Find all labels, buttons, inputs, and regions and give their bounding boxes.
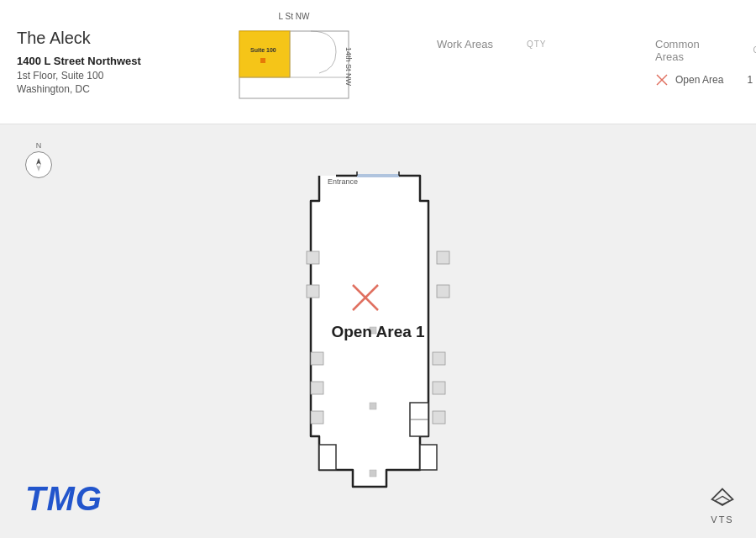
main-floor-area: N xyxy=(0,124,756,538)
building-city: Washington, DC xyxy=(17,83,185,95)
thumb-street-top-label: L St NW xyxy=(235,12,353,21)
svg-rect-23 xyxy=(370,327,376,334)
svg-rect-28 xyxy=(319,445,336,470)
svg-marker-9 xyxy=(36,165,41,171)
floor-plan-thumbnail: L St NW Suite 100 14th St NW xyxy=(235,12,353,113)
floorplan-svg xyxy=(286,167,470,495)
thumbnail-svg: Suite 100 xyxy=(235,23,353,107)
svg-rect-29 xyxy=(420,445,437,470)
compass-arrow-icon xyxy=(30,156,47,173)
common-areas-qty-label: QTY xyxy=(753,45,756,55)
svg-rect-14 xyxy=(311,382,323,394)
building-name: The Aleck xyxy=(17,29,185,48)
svg-rect-22 xyxy=(437,251,449,264)
svg-rect-16 xyxy=(433,411,445,424)
work-areas-section: Work Areas QTY xyxy=(437,38,554,87)
open-area-label: Open Area xyxy=(675,74,723,86)
compass-north-label: N xyxy=(36,141,42,150)
svg-rect-19 xyxy=(307,285,319,298)
common-areas-open-area-item: Open Area 1 xyxy=(655,73,756,87)
compass-circle xyxy=(25,151,52,178)
tmg-logo: TMG xyxy=(25,480,102,518)
building-info: The Aleck 1400 L Street Northwest 1st Fl… xyxy=(17,29,185,95)
building-address: 1400 L Street Northwest xyxy=(17,55,185,67)
svg-rect-1 xyxy=(239,31,290,77)
svg-rect-20 xyxy=(307,251,319,264)
compass: N xyxy=(25,141,52,178)
entrance-label: Entrance xyxy=(328,177,428,186)
top-panel: The Aleck 1400 L Street Northwest 1st Fl… xyxy=(0,0,756,124)
svg-rect-15 xyxy=(311,352,323,365)
svg-rect-5 xyxy=(260,58,265,63)
vts-diamond-icon xyxy=(709,486,736,513)
areas-legend: Work Areas QTY Common Areas QTY Open Are… xyxy=(437,38,756,87)
svg-rect-17 xyxy=(433,382,445,394)
building-floor: 1st Floor, Suite 100 xyxy=(17,70,185,82)
svg-text:Suite 100: Suite 100 xyxy=(250,47,276,53)
thumb-street-right-label: 14th St NW xyxy=(344,46,353,85)
vts-logo: VTS xyxy=(709,486,736,525)
vts-text: VTS xyxy=(711,514,733,525)
svg-rect-21 xyxy=(437,285,449,298)
tmg-text: TMG xyxy=(25,480,102,517)
open-area-qty: 1 xyxy=(747,74,753,86)
svg-rect-18 xyxy=(433,352,445,365)
common-areas-section: Common Areas QTY Open Area 1 xyxy=(655,38,756,87)
work-areas-qty-label: QTY xyxy=(527,40,547,49)
svg-rect-13 xyxy=(311,411,323,424)
work-areas-title: Work Areas xyxy=(437,38,493,50)
svg-rect-24 xyxy=(370,403,376,409)
common-areas-title: Common Areas xyxy=(655,38,719,63)
svg-rect-25 xyxy=(370,470,376,477)
svg-marker-8 xyxy=(36,158,41,165)
open-area-icon xyxy=(655,73,669,87)
floorplan-wrapper: Entrance Open Area 1 xyxy=(286,167,470,495)
